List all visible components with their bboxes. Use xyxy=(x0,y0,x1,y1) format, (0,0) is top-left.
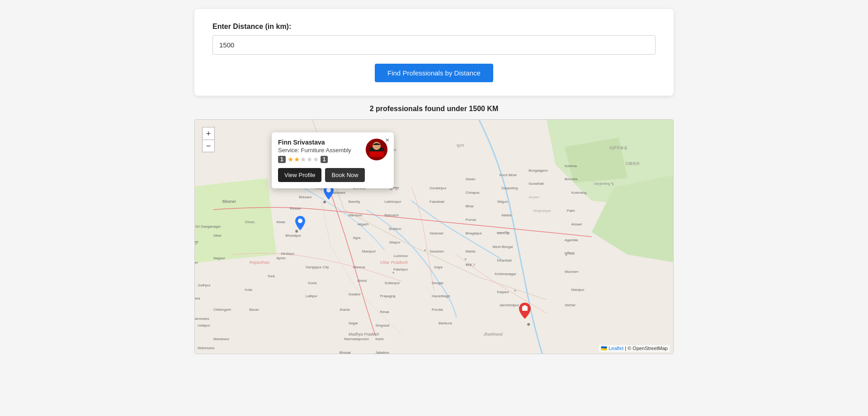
svg-text:Palin: Palin xyxy=(567,209,575,213)
leaflet-link[interactable]: Leaflet xyxy=(609,346,623,351)
svg-text:Tonk: Tonk xyxy=(267,274,275,278)
svg-text:Guna: Guna xyxy=(308,281,317,285)
distance-input[interactable] xyxy=(212,35,656,55)
svg-text:Purnia: Purnia xyxy=(466,218,476,222)
svg-point-128 xyxy=(298,219,302,223)
svg-text:Darjeeling: Darjeeling xyxy=(501,186,518,190)
svg-text:Jamshedpur: Jamshedpur xyxy=(499,303,519,307)
popup-info: Finn Srivastava Service: Furniture Assem… xyxy=(278,139,361,164)
zoom-in-button[interactable]: + xyxy=(202,127,215,140)
find-btn-wrapper: Find Professionals by Distance xyxy=(212,64,656,82)
svg-text:Bikaner: Bikaner xyxy=(222,199,236,204)
svg-text:Darjeeling भू: Darjeeling भू xyxy=(594,182,614,186)
svg-text:Sasaram: Sasaram xyxy=(429,249,444,253)
svg-text:मयमनसिंह: मयमनसिंह xyxy=(496,231,509,235)
svg-point-127 xyxy=(326,188,331,192)
popup-actions: View Profile Book Now xyxy=(278,168,387,182)
svg-text:Jodhpur: Jodhpur xyxy=(198,283,211,287)
marker-jaipur[interactable] xyxy=(295,216,305,232)
svg-text:日喀则市: 日喀则市 xyxy=(625,162,640,166)
svg-text:Bharatpur: Bharatpur xyxy=(285,234,301,238)
svg-text:Meghalaya: Meghalaya xyxy=(533,209,551,213)
svg-text:Dhanbad: Dhanbad xyxy=(497,258,511,262)
svg-point-10 xyxy=(392,272,394,274)
svg-text:Kohima: Kohima xyxy=(565,164,577,168)
svg-text:Jharkhand: Jharkhand xyxy=(483,332,503,337)
svg-text:Bhiwani: Bhiwani xyxy=(299,195,311,199)
svg-text:Madhya Pradesh: Madhya Pradesh xyxy=(349,332,379,337)
svg-text:Purulia: Purulia xyxy=(432,308,443,312)
svg-text:Guwahati: Guwahati xyxy=(528,182,544,186)
svg-text:Aizawl: Aizawl xyxy=(571,222,582,226)
svg-text:Chhapra: Chhapra xyxy=(466,191,480,195)
svg-text:Koch Bihar: Koch Bihar xyxy=(499,173,517,177)
svg-text:Bomdila: Bomdila xyxy=(565,177,578,181)
svg-text:बहावलपुर: बहावलपुर xyxy=(195,240,198,245)
svg-text:Bareilly: Bareilly xyxy=(349,200,360,204)
zoom-out-button[interactable]: − xyxy=(202,140,215,152)
svg-text:Rewari: Rewari xyxy=(290,206,301,210)
svg-text:Alwar: Alwar xyxy=(276,220,285,224)
star-2: ★ xyxy=(294,155,300,164)
svg-text:Bahraich: Bahraich xyxy=(384,213,398,217)
svg-point-13 xyxy=(514,290,516,292)
map-popup: × Finn Srivastava Service: Furniture Ass… xyxy=(272,132,394,188)
svg-text:Kota: Kota xyxy=(245,288,253,292)
popup-close-button[interactable]: × xyxy=(385,136,389,144)
svg-point-11 xyxy=(424,249,426,251)
svg-text:Deogar: Deogar xyxy=(432,281,443,285)
popup-rating: 1 ★ ★ ★ ★ ★ 1 xyxy=(278,155,361,164)
svg-text:Lucknow: Lucknow xyxy=(393,254,408,258)
popup-service: Service: Furniture Assembly xyxy=(278,147,361,154)
svg-text:Mahesana: Mahesana xyxy=(198,346,215,350)
svg-text:Assam: Assam xyxy=(528,195,540,199)
map-attribution: 🇺🇦 Leaflet | © OpenStreetMap xyxy=(599,345,670,352)
svg-text:Katni: Katni xyxy=(376,337,384,341)
svg-text:Hazaribagh: Hazaribagh xyxy=(432,294,450,298)
avatar xyxy=(366,139,387,160)
svg-text:Mandsaur: Mandsaur xyxy=(213,337,230,341)
svg-text:Rewa: Rewa xyxy=(380,310,389,314)
svg-text:Bankura: Bankura xyxy=(439,321,452,325)
svg-text:Gorakhpur: Gorakhpur xyxy=(429,186,447,190)
rating-badge-left: 1 xyxy=(278,156,286,163)
svg-text:Kalyani: Kalyani xyxy=(497,290,509,294)
svg-text:Nagaur: Nagaur xyxy=(213,256,225,260)
svg-point-134 xyxy=(373,142,381,150)
svg-text:Gwalior: Gwalior xyxy=(349,292,361,296)
star-rating: ★ ★ ★ ★ ★ xyxy=(288,155,319,164)
svg-text:Manipur: Manipur xyxy=(571,288,585,292)
svg-text:Bhind: Bhind xyxy=(358,279,367,283)
star-3: ★ xyxy=(300,155,306,164)
book-now-button[interactable]: Book Now xyxy=(325,168,364,182)
svg-text:Morena: Morena xyxy=(353,265,366,269)
svg-text:Ajmer: Ajmer xyxy=(276,256,286,260)
map-container: Bikaner Churu Sikar Nagaur Jodhpur Ajmer… xyxy=(194,119,674,354)
svg-text:Agra: Agra xyxy=(353,236,361,240)
page-container: Enter Distance (in km): Find Professiona… xyxy=(185,0,683,363)
svg-text:Bihar: Bihar xyxy=(466,204,474,208)
svg-text:Bhagalpur: Bhagalpur xyxy=(466,231,482,235)
svg-text:Bhopal: Bhopal xyxy=(340,351,351,354)
svg-point-12 xyxy=(465,258,467,260)
svg-text:Singrauli: Singrauli xyxy=(376,323,390,327)
view-profile-button[interactable]: View Profile xyxy=(278,168,321,182)
svg-text:Sultanpur: Sultanpur xyxy=(384,281,400,285)
svg-text:Agartala: Agartala xyxy=(565,238,578,242)
svg-point-14 xyxy=(527,323,530,326)
svg-text:Sri Ganganagar: Sri Ganganagar xyxy=(195,224,221,229)
svg-text:Silchar: Silchar xyxy=(565,303,576,307)
marker-kolkata[interactable] xyxy=(519,303,531,321)
svg-text:拉萨市多县: 拉萨市多县 xyxy=(610,146,628,150)
distance-label: Enter Distance (in km): xyxy=(212,23,656,31)
find-professionals-button[interactable]: Find Professionals by Distance xyxy=(375,64,493,82)
svg-text:Budaun: Budaun xyxy=(389,227,401,231)
svg-text:Lalitpur: Lalitpur xyxy=(306,294,317,298)
results-count: 2 professionals found under 1500 KM xyxy=(194,105,674,113)
svg-text:Hindaun: Hindaun xyxy=(281,252,294,256)
svg-text:Churu: Churu xyxy=(245,220,255,224)
search-card: Enter Distance (in km): Find Professiona… xyxy=(194,9,674,96)
star-5: ★ xyxy=(313,155,319,164)
svg-text:Baran: Baran xyxy=(250,308,259,312)
svg-text:Gangapur City: Gangapur City xyxy=(306,265,329,269)
